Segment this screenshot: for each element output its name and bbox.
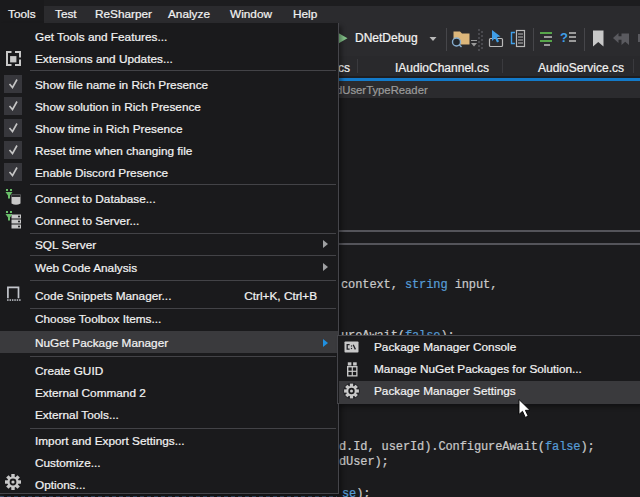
svg-text:?: ? [560, 30, 568, 45]
